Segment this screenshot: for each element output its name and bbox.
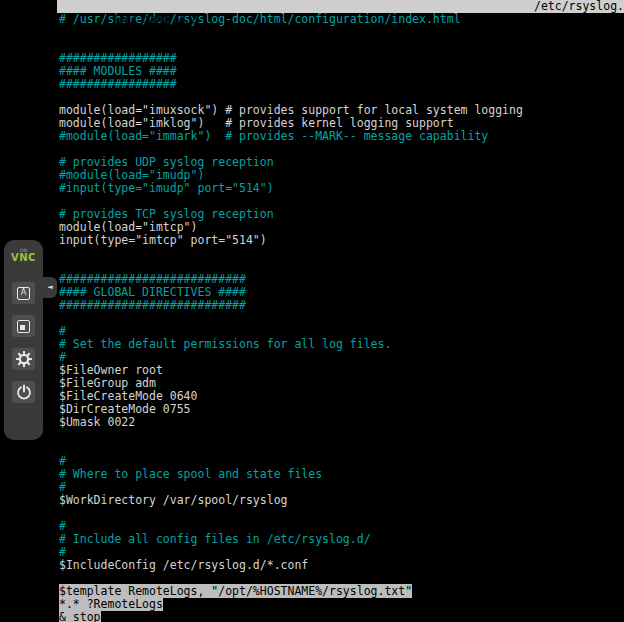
terminal-line bbox=[59, 507, 624, 520]
gear-icon bbox=[15, 350, 33, 368]
control-bar-handle[interactable]: ◄ bbox=[43, 277, 57, 298]
terminal-line: $Umask 0022 bbox=[59, 416, 624, 429]
terminal-line: ########################### bbox=[59, 299, 624, 312]
nano-titlebar: GNU nano 7.2 /etc/rsyslog. bbox=[57, 0, 624, 13]
novnc-logo: noVNC bbox=[4, 240, 43, 263]
terminal-line: #module(load="immark") # provides --MARK… bbox=[59, 130, 624, 143]
terminal-line: # Include all config files in /etc/rsysl… bbox=[59, 533, 624, 546]
terminal-window[interactable]: GNU nano 7.2 /etc/rsyslog. # /usr/share/… bbox=[57, 0, 624, 622]
terminal-line: # Set the default permissions for all lo… bbox=[59, 338, 624, 351]
novnc-control-bar: noVNC ◄ A bbox=[4, 240, 43, 440]
terminal-line: $WorkDirectory /var/spool/rsyslog bbox=[59, 494, 624, 507]
fullscreen-icon bbox=[17, 320, 30, 333]
fullscreen-button[interactable] bbox=[12, 315, 35, 337]
terminal-line: *.* ?RemoteLogs bbox=[59, 598, 624, 611]
terminal-line: #input(type="imudp" port="514") bbox=[59, 182, 624, 195]
terminal-line bbox=[59, 26, 624, 39]
power-icon bbox=[16, 384, 32, 400]
terminal-line: $DirCreateMode 0755 bbox=[59, 403, 624, 416]
clipboard-icon: A bbox=[17, 287, 30, 300]
terminal-line bbox=[59, 442, 624, 455]
terminal-line bbox=[59, 247, 624, 260]
settings-button[interactable] bbox=[12, 348, 35, 370]
editor-buffer[interactable]: # /usr/share/doc/rsyslog-doc/html/config… bbox=[57, 13, 624, 622]
novnc-logo-vnc: VNC bbox=[4, 253, 43, 263]
nano-version-label: GNU nano 7.2 bbox=[101, 12, 198, 26]
clipboard-button[interactable]: A bbox=[12, 282, 35, 304]
terminal-line: $IncludeConfig /etc/rsyslog.d/*.conf bbox=[59, 559, 624, 572]
vnc-viewport: GNU nano 7.2 /etc/rsyslog. # /usr/share/… bbox=[0, 0, 624, 622]
collapse-arrow-icon: ◄ bbox=[47, 283, 52, 291]
terminal-line: # Where to place spool and state files bbox=[59, 468, 624, 481]
terminal-line: input(type="imtcp" port="514") bbox=[59, 234, 624, 247]
terminal-line bbox=[59, 429, 624, 442]
terminal-line: & stop bbox=[59, 611, 624, 622]
nano-filename-label: /etc/rsyslog. bbox=[534, 0, 624, 13]
power-button[interactable] bbox=[12, 381, 35, 403]
terminal-line: ################# bbox=[59, 78, 624, 91]
terminal-line bbox=[59, 312, 624, 325]
